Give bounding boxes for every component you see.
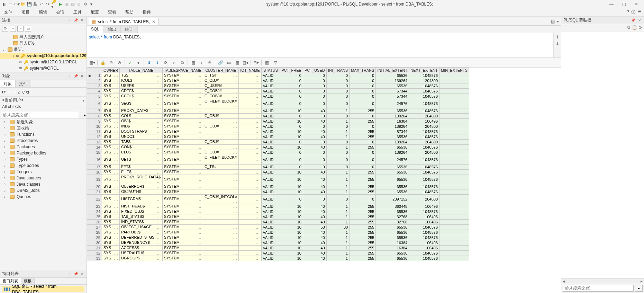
table-icon[interactable]: ▦: [264, 60, 270, 66]
copy-icon[interactable]: ⧉: [26, 90, 29, 95]
table-row[interactable]: 28SYS…PARTOBJ$…SYSTEM………VALID10401255655…: [87, 230, 469, 235]
table-row[interactable]: 27SYS…OBJECT_USAGE…SYSTEM………VALID1050302…: [87, 225, 469, 230]
add-icon[interactable]: ＋: [10, 26, 16, 32]
menu-view[interactable]: 查看: [107, 9, 118, 16]
commit-icon[interactable]: ▤: [70, 1, 75, 7]
menu-file[interactable]: 文件: [3, 9, 14, 16]
table-row[interactable]: 30SYS…DEPENDENCY$…SYSTEM………VALID10401255…: [87, 240, 469, 246]
sql-editor[interactable]: select * from DBA_TABLES;: [87, 33, 553, 57]
column-header[interactable]: TABLE_NAME: [120, 68, 163, 73]
settings-icon[interactable]: ⚙: [82, 1, 88, 7]
table-row[interactable]: 9SYS…OBJ$…SYSTEM………VALID1040125516384106…: [87, 119, 469, 124]
menu-session[interactable]: 会话: [55, 9, 66, 16]
table-row[interactable]: 23SYS…HIST_HEAD$…SYSTEM………VALID104012553…: [87, 204, 469, 209]
column-header[interactable]: NEXT_EXTENT: [409, 68, 439, 73]
table-row[interactable]: 5SYS…CCOL$…SYSTEM…C_COBJ#……VALID00005734…: [87, 94, 469, 99]
table-row[interactable]: 20SYS…OBJERROR$…SYSTEM………VALID1040125565…: [87, 184, 469, 189]
expand-icon[interactable]: ›: [4, 163, 8, 168]
close-tab-icon[interactable]: ✕: [152, 19, 155, 24]
panel-float-icon[interactable]: ▫: [67, 272, 72, 276]
new-dropdown-icon[interactable]: ▭▾: [14, 1, 19, 7]
column-header[interactable]: INI_TRANS: [326, 68, 349, 73]
subtab-sql[interactable]: SQL: [87, 26, 104, 33]
about-icon[interactable]: ☰: [637, 9, 641, 15]
commit-icon[interactable]: ✓: [127, 60, 133, 66]
menu-icon[interactable]: ▾: [557, 19, 559, 24]
minimize-button[interactable]: —: [605, 0, 618, 8]
table-row[interactable]: 13SYS…TAB$…SYSTEM…C_OBJ#……VALID000013926…: [87, 140, 469, 145]
link-icon[interactable]: 🔗: [217, 60, 224, 66]
export-icon[interactable]: ▦: [190, 60, 196, 66]
panel-pin-icon[interactable]: 📌: [73, 272, 78, 276]
rollback-icon[interactable]: ▾: [135, 60, 142, 66]
tree-item[interactable]: 导入固定用户: [0, 34, 87, 40]
table-row[interactable]: 14SYS…CON$…SYSTEM………VALID104012556553610…: [87, 145, 469, 150]
table-row[interactable]: 16SYS…UET$…SYSTEM…C_FILE#_BLOCK#……VALID0…: [87, 155, 469, 165]
layout-icon[interactable]: ▤: [551, 19, 555, 24]
filter-icon[interactable]: ▽: [272, 60, 278, 66]
results-grid[interactable]: OWNERTABLE_NAMETABLESPACE_NAMECLUSTER_NA…: [87, 68, 469, 261]
object-folder[interactable]: ›DBMS_Jobs: [0, 187, 87, 194]
object-folder[interactable]: ›Package bodies: [0, 150, 87, 156]
object-folder[interactable]: ›Java classes: [0, 181, 87, 187]
connection-item[interactable]: ≋🔑system@127.0.0.1/ORCL: [0, 59, 87, 65]
table-row[interactable]: 10SYS…IND$…SYSTEM…C_OBJ#……VALID000013926…: [87, 124, 469, 129]
tab-objects[interactable]: 对象: [0, 80, 16, 87]
more-icon[interactable]: ▾: [89, 1, 94, 7]
tree-item[interactable]: 导入历史: [0, 40, 87, 46]
fetch-icon[interactable]: ⬇: [146, 60, 152, 66]
menu-edit[interactable]: 编辑: [37, 9, 48, 16]
column-header[interactable]: MIN_EXTENTS: [439, 68, 469, 73]
table-row[interactable]: 3SYS…USER$…SYSTEM…C_USER#……VALID00006553…: [87, 83, 469, 89]
connection-item[interactable]: ≋🔑system@ORCL: [0, 65, 87, 71]
column-header[interactable]: CLUSTER_NAME: [203, 68, 239, 73]
save-icon[interactable]: 💾: [26, 1, 32, 7]
column-header[interactable]: PCT_USED: [303, 68, 326, 73]
panel-float-icon[interactable]: ▫: [67, 74, 72, 79]
run-icon[interactable]: ▶: [57, 1, 63, 7]
sort-icon[interactable]: ↕: [198, 60, 205, 66]
object-folder[interactable]: ›Queues: [0, 194, 87, 200]
menu-config[interactable]: 配置: [89, 9, 100, 16]
remove-icon[interactable]: －: [12, 89, 17, 95]
search-go-icon[interactable]: ▸: [84, 113, 86, 117]
table-row[interactable]: 4SYS…CDEF$…SYSTEM…C_COBJ#……VALID00005734…: [87, 89, 469, 94]
expand-icon[interactable]: ›: [4, 188, 8, 193]
help-icon[interactable]: ?: [627, 9, 629, 15]
table-row[interactable]: 31SYS…ACCESS$…SYSTEM………VALID104012551638…: [87, 246, 469, 251]
filter-icon[interactable]: ▽: [22, 90, 25, 95]
clipboard-search-input[interactable]: [563, 285, 634, 292]
table-row[interactable]: 7SYS…PROXY_DATA$…SYSTEM………VALID104012556…: [87, 108, 469, 114]
single-icon[interactable]: ▭: [226, 60, 232, 66]
expand-icon[interactable]: ›: [4, 144, 8, 149]
column-header[interactable]: INITIAL_EXTENT: [376, 68, 409, 73]
table-row[interactable]: 29SYS…DEFERRED_STG$…SYSTEM………VALID104012…: [87, 235, 469, 240]
table-row[interactable]: 33SYS…UGROUP$…SYSTEM………VALID104012556553…: [87, 256, 469, 261]
add-row-icon[interactable]: ⊕: [108, 60, 114, 66]
tree-item[interactable]: ⌄最近...: [0, 46, 87, 53]
table-row[interactable]: 18SYS…FILE$…SYSTEM………VALID10401255655361…: [87, 170, 469, 175]
connection-item-active[interactable]: ›≋🔑system@10.tcp.cpolar.top:12917/ORCL: [0, 53, 87, 59]
expand-icon[interactable]: ›: [4, 126, 8, 131]
object-folder[interactable]: ›Types: [0, 156, 87, 162]
expand-icon[interactable]: ›: [4, 151, 8, 156]
menu-project[interactable]: 项目: [20, 9, 31, 16]
refresh-icon[interactable]: ⟳: [163, 60, 169, 66]
menu-tools[interactable]: 工具: [72, 9, 83, 16]
fetch-all-icon[interactable]: ⤓: [154, 60, 161, 66]
info-icon[interactable]: ⓘ: [631, 9, 635, 15]
object-folder[interactable]: ›Functions: [0, 131, 87, 137]
panel-pin-icon[interactable]: 📌: [631, 18, 636, 23]
lock-icon[interactable]: 🔒: [100, 60, 106, 66]
multi-icon[interactable]: ▦: [234, 60, 240, 66]
panel-close-icon[interactable]: ✕: [80, 74, 84, 79]
table-row[interactable]: 32SYS…USERAUTH$…SYSTEM………VALID1040125565…: [87, 251, 469, 256]
expand-icon[interactable]: ›: [4, 194, 8, 199]
object-folder[interactable]: ›回收站: [0, 125, 87, 131]
column-header[interactable]: PCT_FREE: [280, 68, 303, 73]
object-folder[interactable]: ›Java sources: [0, 175, 87, 181]
rollback-icon[interactable]: ⊘: [76, 1, 82, 7]
expand-icon[interactable]: ›: [4, 132, 8, 137]
panel-close-icon[interactable]: ✕: [637, 18, 642, 23]
del-row-icon[interactable]: ⊘: [116, 60, 123, 66]
